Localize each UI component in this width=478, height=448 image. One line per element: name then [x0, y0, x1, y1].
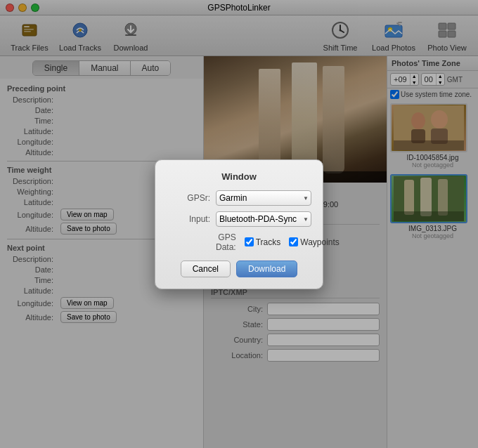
dialog-gps-data-label: GPS Data:: [216, 232, 242, 252]
download-dialog: Window GPSr: Garmin Magellan DeLorme Oth…: [155, 159, 323, 289]
dialog-input-label: Input:: [167, 214, 216, 224]
dialog-gpsr-select[interactable]: Garmin Magellan DeLorme Other: [216, 190, 311, 206]
dialog-input-row: Input: Bluetooth-PDA-Sync USB Serial: [167, 211, 311, 227]
dialog-cancel-button[interactable]: Cancel: [181, 261, 231, 277]
dialog-download-button[interactable]: Download: [236, 261, 297, 277]
tracks-checkbox[interactable]: [245, 237, 254, 246]
dialog-buttons: Cancel Download: [167, 261, 311, 277]
dialog-gpsr-row: GPSr: Garmin Magellan DeLorme Other: [167, 190, 311, 206]
tracks-check-item: Tracks: [245, 237, 281, 247]
dialog-title: Window: [167, 171, 311, 182]
tracks-label: Tracks: [256, 237, 281, 247]
dialog-input-select[interactable]: Bluetooth-PDA-Sync USB Serial: [216, 211, 311, 227]
waypoints-label: Waypoints: [300, 237, 340, 247]
waypoints-check-item: Waypoints: [289, 237, 340, 247]
dialog-gpsr-select-wrap: Garmin Magellan DeLorme Other: [216, 190, 311, 206]
waypoints-checkbox[interactable]: [289, 237, 298, 246]
dialog-gpsr-label: GPSr:: [167, 193, 216, 203]
dialog-overlay: Window GPSr: Garmin Magellan DeLorme Oth…: [0, 0, 478, 448]
dialog-input-select-wrap: Bluetooth-PDA-Sync USB Serial: [216, 211, 311, 227]
dialog-gps-data-row: GPS Data: Tracks Waypoints: [167, 232, 311, 252]
